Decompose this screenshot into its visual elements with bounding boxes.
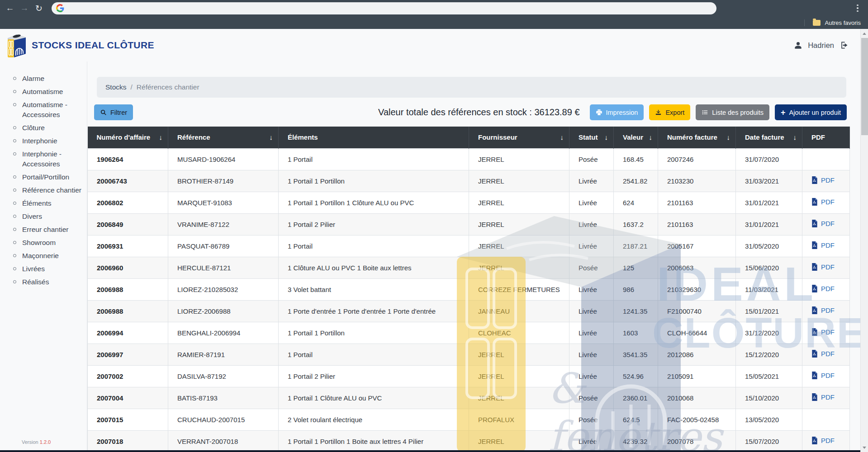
cell-elements: 1 Portail 1 Portillon 1 Boite aux lettre… — [279, 430, 469, 452]
cell-valeur: 4239.32 — [614, 430, 658, 452]
sidebar-item-label: Référence chantier — [22, 185, 81, 195]
sidebar-item-maconnerie[interactable]: Maçonnerie — [11, 251, 83, 261]
export-button[interactable]: Export — [649, 104, 690, 120]
cell-reference: VRANIME-87122 — [168, 213, 279, 235]
sort-arrow-icon[interactable]: ↓ — [649, 133, 653, 141]
product-list-button[interactable]: Liste des produits — [696, 104, 769, 120]
pdf-link[interactable]: PDF — [811, 285, 835, 292]
cell-date: 31/05/2020 — [736, 235, 802, 257]
pdf-link[interactable]: PDF — [811, 372, 835, 379]
sort-arrow-icon[interactable]: ↓ — [605, 133, 608, 141]
sidebar-item-label: Automatisme - Accessoires — [22, 100, 83, 120]
scrollbar-thumb[interactable] — [861, 38, 868, 135]
column-header-numero-facture[interactable]: Numéro facture↓ — [658, 127, 736, 148]
cell-elements: 1 Portail 1 Portillon 1 Clôture ALU ou P… — [279, 192, 469, 213]
pdf-link[interactable]: PDF — [811, 306, 835, 314]
table-row: 2007004BATIS-871931 Portail 1 Clôture AL… — [88, 387, 850, 409]
breadcrumb-current: Références chantier — [137, 83, 199, 91]
column-header-fournisseur[interactable]: Fournisseur↓ — [469, 127, 569, 148]
print-button[interactable]: Impression — [590, 104, 644, 120]
cell-affaire: 20006743 — [88, 170, 168, 192]
browser-menu-icon[interactable] — [854, 5, 862, 12]
cell-fournisseur: JERREL — [469, 257, 569, 278]
sort-arrow-icon[interactable]: ↓ — [560, 133, 564, 141]
cell-statut: Posée — [569, 148, 614, 170]
cell-reference: RAMIER-87191 — [168, 344, 279, 365]
cell-reference: VERRANT-2007018 — [168, 430, 279, 452]
sidebar-item-automatisme-accessoires[interactable]: Automatisme - Accessoires — [11, 100, 83, 120]
cell-date: 15/10/2020 — [736, 387, 802, 409]
cell-date: 31/01/2021 — [736, 213, 802, 235]
sort-arrow-icon[interactable]: ↓ — [727, 133, 730, 141]
cell-valeur: 986 — [614, 278, 658, 300]
sidebar-item-automatisme[interactable]: Automatisme — [11, 87, 83, 97]
pdf-link[interactable]: PDF — [811, 350, 835, 358]
cell-statut: Livrée — [569, 192, 614, 213]
logout-icon[interactable] — [840, 41, 849, 50]
back-button[interactable]: ← — [4, 2, 16, 14]
filter-button[interactable]: Filtrer — [94, 104, 133, 120]
cell-valeur: 524.96 — [614, 365, 658, 387]
cell-pdf: PDF — [802, 192, 850, 213]
sidebar-item-interphonie-accessoires[interactable]: Interphonie - Accessoires — [11, 149, 83, 169]
circle-bullet-icon — [13, 126, 16, 129]
breadcrumb-stocks-link[interactable]: Stocks — [105, 83, 127, 91]
bottom-edge-bar — [0, 450, 860, 452]
scroll-down-icon[interactable] — [861, 444, 868, 451]
cell-facture: 2010068 — [658, 387, 736, 409]
cell-date: 13/05/2020 — [736, 409, 802, 430]
sidebar-item-portail-portillon[interactable]: Portail/Portillon — [11, 172, 83, 182]
pdf-link[interactable]: PDF — [811, 220, 835, 227]
table-row: 20006743BROTHIER-871491 Portail 1 Portil… — [88, 170, 850, 192]
pdf-link[interactable]: PDF — [811, 241, 835, 249]
add-product-button[interactable]: + Ajouter un produit — [775, 104, 847, 120]
sidebar-item-divers[interactable]: Divers — [11, 212, 83, 221]
sidebar-item-reference-chantier[interactable]: Référence chantier — [11, 185, 83, 195]
cell-statut: Livrée — [569, 430, 614, 452]
cell-affaire: 1906264 — [88, 148, 168, 170]
page-scrollbar[interactable] — [860, 29, 868, 452]
sidebar-item-showroom[interactable]: Showroom — [11, 238, 83, 248]
reload-button[interactable]: ↻ — [33, 2, 45, 14]
sort-arrow-icon[interactable]: ↓ — [270, 133, 273, 141]
sidebar-item-cloture[interactable]: Clôture — [11, 123, 83, 133]
cell-valeur: 3541.35 — [614, 344, 658, 365]
sidebar-item-interphonie[interactable]: Interphonie — [11, 136, 83, 146]
cell-affaire: 2006997 — [88, 344, 168, 365]
pdf-link[interactable]: PDF — [811, 437, 835, 444]
pdf-link[interactable]: PDF — [811, 198, 835, 206]
cell-pdf: PDF — [802, 365, 850, 387]
sidebar-item-realises[interactable]: Réalisés — [11, 277, 83, 287]
other-bookmarks[interactable]: Autres favoris — [825, 19, 861, 26]
forward-button[interactable]: → — [18, 2, 31, 14]
column-header-date-facture[interactable]: Date facture↓ — [736, 127, 802, 148]
table-body: 1906264MUSARD-19062641 PortailJERRELPosé… — [88, 148, 850, 452]
sidebar-item-label: Livrées — [22, 264, 45, 274]
cell-valeur: 125 — [614, 257, 658, 278]
sort-arrow-icon[interactable]: ↓ — [793, 133, 797, 141]
cell-facture: 2103230 — [658, 170, 736, 192]
sidebar-item-livrees[interactable]: Livrées — [11, 264, 83, 274]
scroll-up-icon[interactable] — [861, 30, 868, 37]
download-icon — [655, 109, 662, 116]
user-icon — [794, 41, 802, 50]
cell-date: 15/07/2020 — [736, 430, 802, 452]
sidebar-item-erreur-chantier[interactable]: Erreur chantier — [11, 225, 83, 235]
column-header-statut[interactable]: Statut↓ — [569, 127, 614, 148]
pdf-link[interactable]: PDF — [811, 176, 835, 184]
column-header-numero-d-affaire[interactable]: Numéro d'affaire↓ — [88, 127, 168, 148]
pdf-link[interactable]: PDF — [811, 328, 835, 336]
sidebar-item-elements[interactable]: Éléments — [11, 198, 83, 208]
pdf-link[interactable]: PDF — [811, 393, 835, 401]
cell-elements: 2 Volet roulant électrique — [279, 409, 469, 430]
address-bar[interactable] — [52, 2, 716, 14]
sort-arrow-icon[interactable]: ↓ — [159, 133, 163, 141]
username[interactable]: Hadrien — [808, 41, 834, 50]
user-area: Hadrien — [794, 41, 849, 50]
column-header-valeur[interactable]: Valeur↓ — [614, 127, 658, 148]
cell-facture: 2005167 — [658, 235, 736, 257]
pdf-link[interactable]: PDF — [811, 263, 835, 271]
sidebar-item-alarme[interactable]: Alarme — [11, 74, 83, 84]
column-header-reference[interactable]: Référence↓ — [168, 127, 279, 148]
column-label: Fournisseur — [478, 133, 517, 141]
